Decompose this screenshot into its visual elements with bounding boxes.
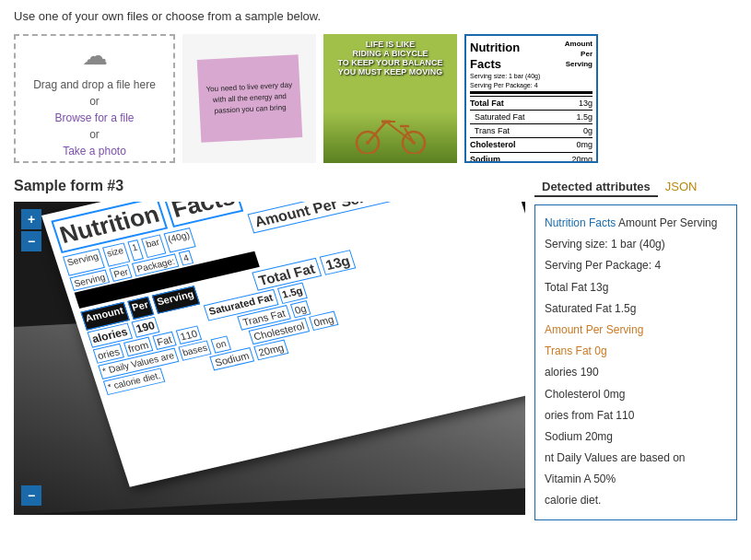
instruction-text: Use one of your own files or choose from…: [14, 9, 737, 23]
detected-item-0: Nutrition Facts Amount Per Serving: [545, 213, 727, 234]
photo-link[interactable]: Take a photo: [63, 145, 126, 158]
bike-svg: [354, 108, 428, 154]
upload-box: ☁ Drag and drop a file here or Browse fo…: [14, 34, 175, 163]
zoom-in-button[interactable]: +: [21, 209, 41, 229]
doc-size-val: size: [102, 243, 130, 267]
doc-bar: bar: [141, 234, 166, 258]
nt-sat-fat: Saturated Fat1.5g: [470, 110, 593, 123]
or-text-1: or: [89, 95, 100, 108]
detected-item-1: Serving size: 1 bar (40g): [545, 234, 727, 255]
zoom-controls: + −: [21, 209, 41, 251]
detected-item-8: Cholesterol 0mg: [545, 384, 727, 405]
detected-item-12: Vitamin A 50%: [545, 469, 727, 490]
right-panel: Detected attributes JSON Nutrition Facts…: [534, 178, 737, 520]
doc-0g: 0g: [290, 300, 311, 318]
drag-text: Drag and drop a file here: [33, 78, 156, 91]
sample-note-image[interactable]: You need to live every daywith all the e…: [182, 34, 316, 163]
section-title: Sample form #3: [14, 178, 123, 194]
tabs-row: Detected attributes JSON: [534, 178, 704, 197]
tab-detected[interactable]: Detected attributes: [534, 178, 658, 197]
nt-serving: Serving size: 1 bar (40g): [470, 72, 552, 80]
zoom-out-bottom-button[interactable]: −: [21, 485, 41, 506]
detected-item-2: Serving Per Package: 4: [545, 255, 727, 276]
detected-header-row: Detected attributes JSON: [534, 178, 737, 197]
bike-text: LIFE IS LIKERIDING A BICYCLETO KEEP YOUR…: [323, 34, 457, 78]
bike-content: LIFE IS LIKERIDING A BICYCLETO KEEP YOUR…: [323, 34, 457, 163]
tab-json[interactable]: JSON: [658, 178, 705, 197]
nt-amount: Amount PerServing: [552, 40, 593, 69]
detected-item-6: Trans Fat 0g: [545, 341, 727, 362]
detected-item-10: Sodium 20mg: [545, 426, 727, 448]
nt-title: Nutrition Facts: [470, 40, 552, 72]
left-panel: Sample form #3 + − Nutrition: [14, 178, 525, 520]
image-viewer: + − Nutrition Facts: [14, 202, 525, 515]
zoom-out-button[interactable]: −: [21, 231, 41, 251]
doc-1: 1: [127, 239, 144, 262]
nt-sodium: Sodium20mg: [470, 152, 593, 163]
sample-bike-image[interactable]: LIFE IS LIKERIDING A BICYCLETO KEEP YOUR…: [323, 34, 457, 163]
detected-item-11: nt Daily Values are based on: [545, 448, 727, 469]
detected-item-5: Amount Per Serving: [545, 320, 727, 341]
main-content: Sample form #3 + − Nutrition: [14, 178, 737, 520]
detected-item-7: alories 190: [545, 362, 727, 383]
detected-item-9: ories from Fat 110: [545, 405, 727, 426]
detected-item-4: Saturated Fat 1.5g: [545, 298, 727, 320]
samples-row: ☁ Drag and drop a file here or Browse fo…: [14, 34, 737, 163]
detected-item-3: Total Fat 13g: [545, 277, 727, 298]
section-header: Sample form #3: [14, 178, 525, 194]
nutrition-thumb-content: Nutrition Facts Serving size: 1 bar (40g…: [466, 36, 596, 161]
doc-on: on: [211, 336, 231, 354]
nt-cholesterol: Cholesterol0mg: [470, 137, 593, 151]
note-content: You need to live every daywith all the e…: [196, 54, 302, 143]
browse-link[interactable]: Browse for a file: [54, 111, 134, 124]
nt-trans-fat: Trans Fat0g: [470, 123, 593, 137]
scene-background: Nutrition Facts Serving size 1 bar (40g)…: [14, 202, 525, 515]
or-text-2: or: [89, 128, 100, 141]
doc-4: 4: [179, 251, 194, 266]
doc-per2: Per: [127, 297, 155, 320]
upload-cloud-icon: ☁: [82, 41, 108, 71]
detected-item-13: calorie diet.: [545, 490, 727, 511]
nt-total-fat: Total Fat13g: [470, 96, 593, 110]
detected-panel: Nutrition Facts Amount Per Serving Servi…: [534, 204, 737, 520]
sample-nutrition-image[interactable]: Nutrition Facts Serving size: 1 bar (40g…: [464, 34, 598, 163]
